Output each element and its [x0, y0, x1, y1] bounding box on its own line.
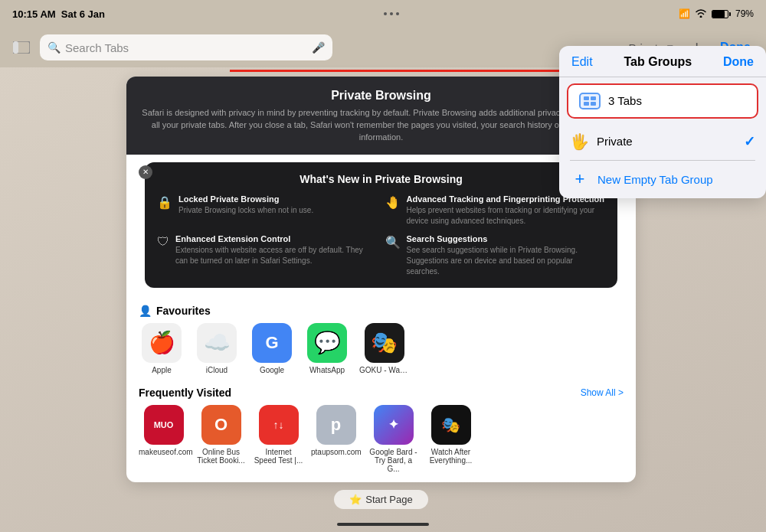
- svg-rect-2: [584, 96, 589, 100]
- feature-title-4: Search Suggestions: [407, 234, 606, 243]
- feature-desc-3: Extensions with website access are off b…: [175, 245, 378, 266]
- hand-stop-icon: 🖐: [570, 132, 589, 151]
- home-indicator: [337, 523, 429, 526]
- freq-label-speedtest: Internet Speed Test |...: [254, 448, 303, 465]
- fav-icon-whatsapp: 💬: [307, 323, 347, 363]
- bottom-bar: ⭐ Start Page: [126, 490, 636, 509]
- fav-item-goku[interactable]: 🎭 GOKU - Watch Free Movies...: [359, 323, 409, 374]
- battery-percent: 79%: [735, 8, 754, 19]
- feature-desc-1: Private Browsing locks when not in use.: [178, 205, 313, 216]
- feature-item-2: 🤚 Advanced Tracking and Fingerprinting P…: [385, 194, 606, 227]
- frequently-visited-header: Frequently Visited Show All >: [126, 383, 636, 405]
- panel-title: Tab Groups: [624, 55, 692, 69]
- whats-new-wrapper: ✕ What's New in Private Browsing 🔒 Locke…: [136, 162, 627, 288]
- search-suggestions-icon: 🔍: [385, 235, 401, 277]
- checkmark-icon: ✓: [744, 133, 755, 150]
- feature-item-4: 🔍 Search Suggestions See search suggesti…: [385, 234, 606, 277]
- freq-label-ptaupsom: ptaupsom.com: [311, 448, 361, 456]
- tabs-grid-icon: [579, 93, 601, 109]
- feature-text-4: Search Suggestions See search suggestion…: [407, 234, 606, 277]
- freq-item-bus[interactable]: O Online Bus Ticket Booki...: [196, 405, 246, 473]
- svg-rect-3: [591, 96, 596, 100]
- close-button[interactable]: ✕: [139, 165, 152, 179]
- feature-text-2: Advanced Tracking and Fingerprinting Pro…: [407, 194, 606, 227]
- favourites-title: 👤 Favourites: [126, 295, 636, 323]
- new-empty-tab-group-label: New Empty Tab Group: [597, 173, 713, 186]
- private-row[interactable]: 🖐 Private ✓: [559, 125, 766, 160]
- svg-rect-5: [591, 102, 596, 106]
- whats-new-section: What's New in Private Browsing 🔒 Locked …: [145, 162, 617, 288]
- fav-label-google: Google: [260, 366, 284, 374]
- wifi-icon: [695, 8, 707, 20]
- freq-item-watch[interactable]: 🎭 Watch After Everything...: [426, 405, 476, 473]
- freq-label-bus: Online Bus Ticket Booki...: [196, 448, 246, 465]
- sidebar-toggle-button[interactable]: [9, 35, 34, 60]
- search-bar[interactable]: 🔍 Search Tabs 🎤: [40, 34, 332, 60]
- status-bar: 10:15 AM Sat 6 Jan 📶 79%: [0, 0, 766, 28]
- freq-icon-ptaupsom: p: [316, 405, 356, 445]
- dot1: [384, 12, 387, 15]
- hand-icon: 🤚: [385, 195, 401, 227]
- panel-edit-button[interactable]: Edit: [571, 55, 593, 69]
- lock-icon: 🔒: [157, 195, 172, 227]
- fav-icon-apple: 🍎: [142, 323, 182, 363]
- fav-label-icloud: iCloud: [206, 366, 228, 374]
- battery-icon: [712, 10, 731, 18]
- freq-icon-makeuseof: MUO: [144, 405, 184, 445]
- three-tabs-row[interactable]: 3 Tabs: [567, 83, 758, 119]
- panel-divider-1: [559, 77, 766, 77]
- dot2: [390, 12, 393, 15]
- fav-icon-goku: 🎭: [365, 323, 404, 363]
- freq-icon-watch: 🎭: [431, 405, 471, 445]
- fav-label-whatsapp: WhatsApp: [309, 366, 345, 374]
- show-all-button[interactable]: Show All >: [581, 387, 624, 398]
- plus-circle-icon: +: [570, 169, 590, 189]
- tabs-label: 3 Tabs: [608, 94, 746, 107]
- fav-item-whatsapp[interactable]: 💬 WhatsApp: [304, 323, 350, 374]
- freq-label-bard: Google Bard - Try Bard, a G...: [368, 448, 418, 473]
- fav-item-google[interactable]: G Google: [249, 323, 295, 374]
- fav-item-apple[interactable]: 🍎 Apple: [139, 323, 185, 374]
- start-page-label: Start Page: [365, 494, 412, 505]
- freq-item-bard[interactable]: ✦ Google Bard - Try Bard, a G...: [368, 405, 418, 473]
- status-center: [384, 12, 399, 15]
- new-empty-tab-group-row[interactable]: + New Empty Tab Group: [559, 160, 766, 198]
- status-time: 10:15 AM Sat 6 Jan: [12, 8, 105, 20]
- svg-rect-4: [584, 102, 589, 106]
- whats-new-title: What's New in Private Browsing: [157, 173, 605, 185]
- freq-item-speedtest[interactable]: ↑↓ Internet Speed Test |...: [254, 405, 303, 473]
- extension-icon: 🛡: [157, 235, 169, 277]
- favourites-grid: 🍎 Apple ☁️ iCloud G Google 💬 WhatsApp 🎭 …: [126, 323, 636, 383]
- freq-item-makeuseof[interactable]: MUO makeuseof.com: [139, 405, 188, 473]
- frequently-visited-title: Frequently Visited: [139, 387, 231, 399]
- start-page-button[interactable]: ⭐ Start Page: [334, 490, 427, 509]
- feature-desc-2: Helps prevent websites from tracking or …: [407, 205, 606, 227]
- freq-label-watch: Watch After Everything...: [426, 448, 476, 465]
- panel-header: Edit Tab Groups Done: [559, 46, 766, 77]
- fav-item-icloud[interactable]: ☁️ iCloud: [194, 323, 240, 374]
- person-icon: 👤: [139, 305, 152, 317]
- freq-label-makeuseof: makeuseof.com: [139, 448, 188, 456]
- feature-title-3: Enhanced Extension Control: [175, 234, 378, 243]
- status-right: 📶 79%: [679, 8, 754, 20]
- private-browsing-description: Safari is designed with privacy in mind …: [142, 107, 620, 144]
- freq-icon-speedtest: ↑↓: [259, 405, 299, 445]
- freq-icon-bard: ✦: [374, 405, 414, 445]
- private-tab-group-label: Private: [597, 135, 736, 148]
- panel-done-button[interactable]: Done: [723, 55, 754, 69]
- dot3: [396, 12, 399, 15]
- feature-item-3: 🛡 Enhanced Extension Control Extensions …: [157, 234, 378, 277]
- features-grid: 🔒 Locked Private Browsing Private Browsi…: [157, 194, 605, 277]
- fav-icon-icloud: ☁️: [197, 323, 237, 363]
- frequently-visited-grid: MUO makeuseof.com O Online Bus Ticket Bo…: [126, 405, 636, 482]
- feature-text-3: Enhanced Extension Control Extensions wi…: [175, 234, 378, 277]
- freq-icon-bus: O: [201, 405, 241, 445]
- freq-item-ptaupsom[interactable]: p ptaupsom.com: [311, 405, 361, 473]
- fav-label-apple: Apple: [152, 366, 172, 374]
- tab-groups-panel: Edit Tab Groups Done 3 Tabs 🖐 Private ✓ …: [559, 46, 766, 198]
- private-browsing-title: Private Browsing: [142, 89, 620, 103]
- feature-item-1: 🔒 Locked Private Browsing Private Browsi…: [157, 194, 378, 227]
- signal-icon: 📶: [679, 8, 690, 19]
- mic-icon[interactable]: 🎤: [312, 41, 325, 54]
- feature-desc-4: See search suggestions while in Private …: [407, 245, 606, 277]
